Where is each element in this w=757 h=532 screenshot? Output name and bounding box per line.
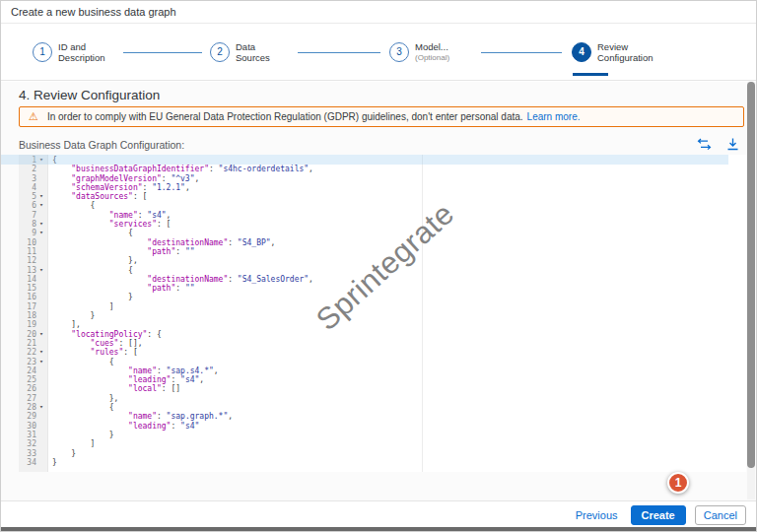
code-line[interactable]: "name": "sap.s4.*", — [52, 366, 746, 375]
gutter-row: 19 — [19, 320, 47, 329]
swap-arrows-icon[interactable] — [697, 138, 713, 152]
gutter-row[interactable]: 28▾ — [19, 403, 47, 412]
code-line[interactable]: "cues": [], — [52, 339, 746, 348]
code-line[interactable]: ] — [52, 302, 746, 311]
code-line[interactable]: { — [52, 229, 746, 237]
editor-toolbar: Business Data Graph Configuration: — [19, 137, 744, 153]
dialog-title: Create a new business data graph — [11, 6, 176, 18]
code-line[interactable]: "services": [ — [52, 220, 746, 229]
code-line[interactable]: } — [52, 431, 746, 439]
create-graph-dialog: Create a new business data graph 1 ID an… — [0, 0, 757, 532]
gdpr-warning-strip: ⚠ In order to comply with EU General Dat… — [19, 106, 744, 127]
code-editor[interactable]: 1▾2345▾6▾78▾9▾10111213▾14151617181920▾21… — [19, 155, 746, 472]
editor-label: Business Data Graph Configuration: — [19, 139, 184, 151]
scrollbar-thumb[interactable] — [747, 82, 755, 468]
gutter-row[interactable]: 13▾ — [19, 266, 47, 275]
code-line[interactable]: "leading": "s4", — [52, 375, 746, 384]
gutter-row[interactable]: 9▾ — [19, 229, 47, 237]
gutter-row[interactable]: 23▾ — [19, 358, 47, 366]
cancel-button[interactable]: Cancel — [695, 505, 746, 525]
gutter-row: 25 — [19, 375, 47, 384]
gutter-row: 14 — [19, 275, 47, 284]
dialog-titlebar: Create a new business data graph — [1, 1, 756, 24]
gutter-row: 2 — [19, 165, 47, 173]
code-line[interactable]: }, — [52, 256, 746, 265]
wizard-step-1-circle[interactable]: 1 — [33, 42, 52, 62]
editor-code[interactable]: { "businessDataGraphIdentifier": "s4hc-o… — [48, 155, 746, 472]
download-icon[interactable] — [726, 138, 742, 152]
gutter-row: 3 — [19, 174, 47, 183]
gutter-row: 27 — [19, 394, 47, 403]
gutter-row[interactable]: 22▾ — [19, 348, 47, 357]
editor-gutter: 1▾2345▾6▾78▾9▾10111213▾14151617181920▾21… — [19, 155, 48, 472]
wizard-step-2-circle[interactable]: 2 — [210, 42, 230, 62]
code-line[interactable]: }, — [52, 394, 746, 403]
wizard-step-1-label[interactable]: ID and Description — [58, 42, 105, 63]
code-line[interactable]: { — [52, 403, 746, 412]
code-line[interactable]: "schemaVersion": "1.2.1", — [52, 183, 746, 192]
previous-button[interactable]: Previous — [572, 505, 622, 525]
code-line[interactable]: } — [52, 449, 746, 458]
code-line[interactable]: "locatingPolicy": { — [52, 330, 746, 339]
code-line[interactable]: "destinationName": "S4_SalesOrder", — [52, 275, 746, 284]
code-line[interactable]: "name": "s4", — [52, 211, 746, 220]
gutter-row: 7 — [19, 211, 47, 220]
code-line[interactable]: } — [52, 293, 746, 301]
editor-ruler — [422, 155, 423, 472]
section-heading: 4. Review Configuration — [19, 88, 160, 102]
code-line[interactable]: "businessDataGraphIdentifier": "s4hc-ord… — [52, 165, 746, 173]
code-line[interactable]: { — [52, 358, 746, 366]
gutter-row: 24 — [19, 366, 47, 375]
footer-bar: Previous Create Cancel — [1, 500, 756, 529]
step-connector-2 — [298, 52, 380, 53]
step-connector-1 — [123, 52, 202, 53]
code-line[interactable]: "local": [] — [52, 384, 746, 393]
code-line[interactable]: "destinationName": "S4_BP", — [52, 238, 746, 247]
code-line[interactable]: "rules": [ — [52, 348, 746, 357]
gutter-row: 17 — [19, 302, 47, 311]
gutter-row: 30 — [19, 422, 47, 431]
gutter-row[interactable]: 1▾ — [19, 156, 47, 165]
gutter-row[interactable]: 20▾ — [19, 330, 47, 339]
wizard-step-3-label[interactable]: Model... (Optional) — [415, 42, 449, 63]
gutter-row: 21 — [19, 339, 47, 348]
code-line[interactable]: "leading": "s4" — [52, 422, 746, 431]
step-connector-3 — [481, 52, 562, 53]
gutter-row[interactable]: 8▾ — [19, 220, 47, 229]
gutter-row: 16 — [19, 293, 47, 301]
active-step-underline — [573, 73, 608, 76]
annotation-badge-1: 1 — [667, 472, 689, 494]
code-line[interactable]: "path": "" — [52, 284, 746, 293]
wizard-steps: 1 ID and Description 2 Data Sources 3 Mo… — [1, 24, 756, 81]
gutter-row: 32 — [19, 439, 47, 448]
code-line[interactable]: ], — [52, 320, 746, 329]
gutter-row[interactable]: 6▾ — [19, 201, 47, 210]
wizard-step-4-circle[interactable]: 4 — [572, 42, 591, 62]
code-line[interactable]: { — [52, 201, 746, 210]
gutter-row: 18 — [19, 311, 47, 320]
code-line[interactable]: "path": "" — [52, 247, 746, 256]
code-line[interactable]: "graphModelVersion": "^v3", — [52, 174, 746, 183]
code-line[interactable]: } — [52, 458, 746, 467]
gutter-row: 34 — [19, 458, 47, 467]
code-line[interactable]: ] — [52, 439, 746, 448]
gutter-row: 26 — [19, 384, 47, 393]
gutter-row[interactable]: 5▾ — [19, 192, 47, 201]
review-configuration-panel: 4. Review Configuration ⚠ In order to co… — [1, 82, 756, 500]
gutter-row: 11 — [19, 247, 47, 256]
code-line[interactable]: { — [52, 266, 746, 275]
code-line[interactable]: "name": "sap.graph.*", — [52, 412, 746, 421]
gutter-row: 31 — [19, 431, 47, 439]
create-button[interactable]: Create — [631, 505, 686, 525]
code-line[interactable]: { — [52, 156, 746, 165]
code-line[interactable]: "dataSources": [ — [52, 192, 746, 201]
warning-icon: ⚠ — [29, 111, 38, 122]
warning-text: In order to comply with EU General Data … — [47, 111, 523, 122]
window-bottom-edge — [1, 527, 756, 531]
learn-more-link[interactable]: Learn more. — [527, 111, 581, 122]
code-line[interactable]: } — [52, 311, 746, 320]
wizard-step-2-label[interactable]: Data Sources — [236, 42, 270, 63]
wizard-step-3-circle[interactable]: 3 — [389, 42, 409, 62]
gutter-row: 10 — [19, 238, 47, 247]
wizard-step-4-label[interactable]: Review Configuration — [597, 42, 654, 63]
